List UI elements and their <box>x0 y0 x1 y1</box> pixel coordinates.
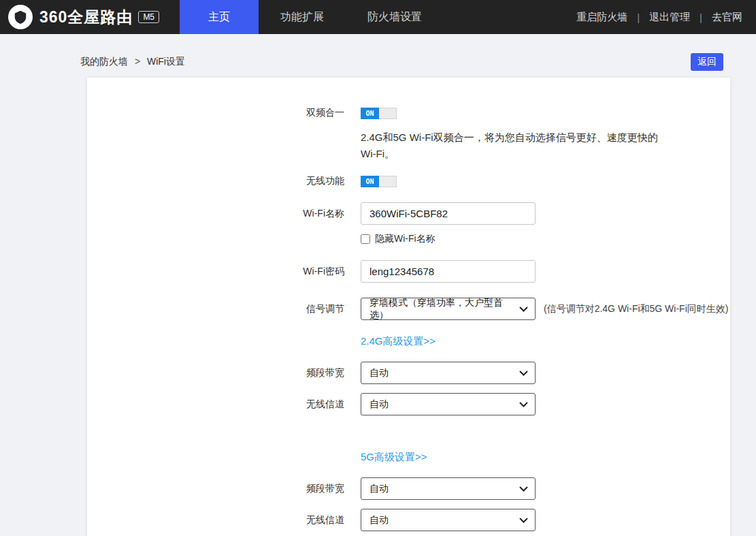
hide-wifi-row: 隐藏Wi-Fi名称 <box>361 233 730 245</box>
band-width-5g-label: 频段带宽 <box>87 483 344 495</box>
dual-band-label: 双频合一 <box>87 107 344 119</box>
toggle-on-state: ON <box>361 108 379 119</box>
channel-24g-label: 无线信道 <box>87 398 344 411</box>
channel-24g-value: 自动 <box>369 398 389 411</box>
tab-firewall-settings[interactable]: 防火墙设置 <box>346 0 444 34</box>
model-badge: M5 <box>138 11 159 23</box>
channel-24g-select[interactable]: 自动 <box>361 393 536 415</box>
channel-5g-label: 无线信道 <box>87 514 344 526</box>
signal-hint: (信号调节对2.4G Wi-Fi和5G Wi-Fi同时生效) <box>544 303 728 315</box>
advanced-5g-link[interactable]: 5G高级设置>> <box>361 451 427 464</box>
chevron-down-icon <box>519 486 528 492</box>
chevron-down-icon <box>519 371 528 376</box>
wifi-name-row: Wi-Fi名称 <box>87 202 730 225</box>
breadcrumb-current: WiFi设置 <box>147 56 185 67</box>
band-width-24g-row: 频段带宽 自动 <box>87 362 730 384</box>
breadcrumb: 我的防火墙 > WiFi设置 <box>80 56 185 68</box>
dual-band-row: 双频合一 ON <box>87 107 730 119</box>
back-button[interactable]: 返回 <box>691 53 723 71</box>
wifi-password-label: Wi-Fi密码 <box>87 266 344 278</box>
band-width-24g-select[interactable]: 自动 <box>361 362 536 384</box>
wifi-settings-panel: 双频合一 ON 2.4G和5G Wi-Fi双频合一，将为您自动选择信号更好、速度… <box>87 78 730 536</box>
toggle-on-state: ON <box>361 176 379 187</box>
wireless-row: 无线功能 ON <box>87 175 730 187</box>
breadcrumb-parent[interactable]: 我的防火墙 <box>80 56 128 67</box>
tab-home[interactable]: 主页 <box>180 0 259 34</box>
chevron-down-icon <box>519 402 528 407</box>
wifi-password-input[interactable] <box>361 260 536 283</box>
advanced-24g-link[interactable]: 2.4G高级设置>> <box>361 335 435 348</box>
signal-label: 信号调节 <box>87 303 344 315</box>
dual-band-description: 2.4G和5G Wi-Fi双频合一，将为您自动选择信号更好、速度更快的Wi-Fi… <box>361 129 665 162</box>
main-tabs: 主页 功能扩展 防火墙设置 <box>180 0 444 34</box>
hide-wifi-checkbox[interactable] <box>361 234 370 244</box>
signal-mode-select[interactable]: 穿墙模式（穿墙功率，大户型首选） <box>361 298 536 320</box>
chevron-down-icon <box>519 518 528 523</box>
channel-5g-value: 自动 <box>369 514 389 526</box>
tab-extensions[interactable]: 功能扩展 <box>259 0 346 34</box>
channel-5g-select[interactable]: 自动 <box>361 509 536 531</box>
official-site-link[interactable]: 去官网 <box>712 11 742 24</box>
dual-band-toggle[interactable]: ON <box>361 108 397 119</box>
signal-row: 信号调节 穿墙模式（穿墙功率，大户型首选） (信号调节对2.4G Wi-Fi和5… <box>87 298 730 320</box>
breadcrumb-separator: > <box>135 56 140 67</box>
wifi-name-input[interactable] <box>361 202 536 225</box>
band-width-5g-select[interactable]: 自动 <box>361 477 536 500</box>
logo-360-shield-icon <box>8 5 33 29</box>
toggle-track <box>379 108 397 119</box>
band-width-24g-value: 自动 <box>369 367 389 379</box>
band-width-24g-label: 频段带宽 <box>87 367 344 379</box>
top-nav-bar: 360全屋路由 M5 主页 功能扩展 防火墙设置 重启防火墙 | 退出管理 | … <box>0 0 756 34</box>
channel-24g-row: 无线信道 自动 <box>87 393 730 415</box>
wifi-password-row: Wi-Fi密码 <box>87 260 730 283</box>
band-width-5g-value: 自动 <box>369 483 389 495</box>
signal-mode-value: 穿墙模式（穿墙功率，大户型首选） <box>369 297 519 321</box>
restart-firewall-link[interactable]: 重启防火墙 <box>576 11 627 24</box>
breadcrumb-bar: 我的防火墙 > WiFi设置 返回 <box>0 52 756 72</box>
divider: | <box>700 12 702 23</box>
chevron-down-icon <box>519 306 528 312</box>
wireless-label: 无线功能 <box>87 175 344 187</box>
toggle-track <box>379 176 397 187</box>
wifi-name-label: Wi-Fi名称 <box>87 208 344 220</box>
channel-5g-row: 无线信道 自动 <box>87 509 730 531</box>
brand: 360全屋路由 M5 <box>0 0 177 34</box>
wireless-toggle[interactable]: ON <box>361 176 397 187</box>
band-width-5g-row: 频段带宽 自动 <box>87 477 730 500</box>
brand-title: 360全屋路由 <box>39 7 133 28</box>
header-actions: 重启防火墙 | 退出管理 | 去官网 <box>576 0 756 34</box>
hide-wifi-label[interactable]: 隐藏Wi-Fi名称 <box>375 233 435 245</box>
divider: | <box>637 12 640 23</box>
logout-admin-link[interactable]: 退出管理 <box>649 11 690 24</box>
